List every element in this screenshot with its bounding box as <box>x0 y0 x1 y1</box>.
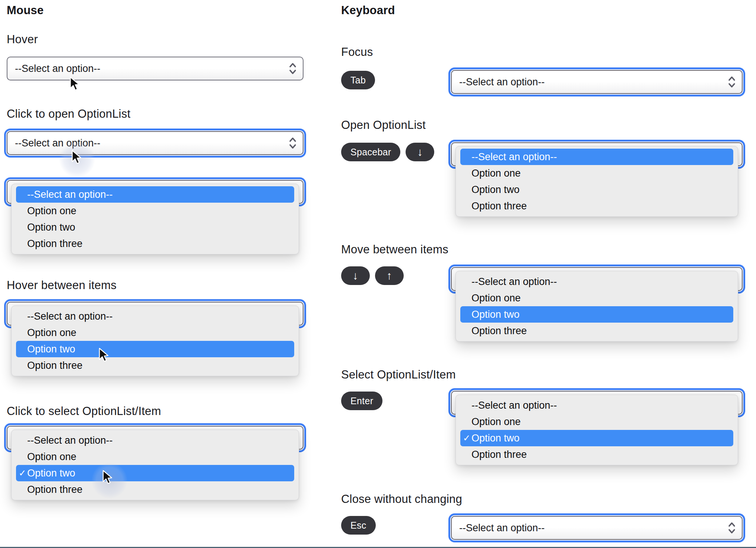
select-stepper-icon <box>289 136 297 150</box>
select-stepper-icon <box>728 75 736 89</box>
checkmark-icon: ✓ <box>19 465 26 481</box>
section-heading: Open OptionList <box>341 118 426 132</box>
open-select: --Select an option--Option one✓Option tw… <box>7 426 304 500</box>
option-item-highlighted[interactable]: Option two <box>460 306 733 323</box>
option-label: --Select an option-- <box>27 435 113 446</box>
option-label: Option two <box>27 343 75 355</box>
keyboard-column: Keyboard FocusTab--Select an option--Ope… <box>341 0 756 548</box>
key-badge-arrow-up: ↑ <box>375 266 404 285</box>
select-trigger-focused[interactable]: --Select an option-- <box>451 70 743 94</box>
select-trigger[interactable]: --Select an option-- <box>7 57 304 80</box>
option-label: --Select an option-- <box>471 276 557 287</box>
select-trigger-focused[interactable]: --Select an option-- <box>451 516 743 540</box>
column-title-keyboard: Keyboard <box>341 4 395 17</box>
key-badge-enter: Enter <box>341 392 382 410</box>
option-label: --Select an option-- <box>471 151 557 162</box>
mouse-cursor-icon <box>70 77 81 92</box>
section-heading: Move between items <box>341 243 448 256</box>
option-item[interactable]: Option one <box>16 203 294 219</box>
option-label: Option three <box>471 325 527 336</box>
option-label: Option one <box>27 451 76 462</box>
open-select: --Select an option--Option oneOption two… <box>7 180 304 254</box>
select-value: --Select an option-- <box>459 522 545 534</box>
mouse-cursor-icon <box>102 470 114 485</box>
select-value: --Select an option-- <box>15 63 101 75</box>
select-stepper-icon <box>728 521 736 535</box>
option-item[interactable]: --Select an option-- <box>460 273 733 290</box>
checkmark-icon: ✓ <box>463 430 470 446</box>
option-label: Option three <box>27 360 83 371</box>
option-list: --Select an option--Option oneOption two… <box>455 146 738 217</box>
option-item[interactable]: Option two <box>460 181 733 198</box>
key-badge-spacebar: Spacebar <box>341 143 400 161</box>
key-badges: ↓↑ <box>341 266 404 285</box>
option-label: Option one <box>471 168 521 179</box>
option-label: Option three <box>471 449 527 460</box>
option-item[interactable]: --Select an option-- <box>460 397 733 414</box>
option-item-highlighted[interactable]: ✓Option two <box>16 465 294 481</box>
option-item[interactable]: Option three <box>460 446 733 463</box>
section-heading: Select OptionList/Item <box>341 368 456 381</box>
key-badges: Esc <box>341 516 376 535</box>
option-label: Option three <box>471 200 527 212</box>
section-heading: Focus <box>341 45 373 59</box>
option-item[interactable]: Option one <box>460 165 733 181</box>
open-select: --Select an option--Option oneOption two… <box>451 267 743 342</box>
option-label: --Select an option-- <box>471 400 557 411</box>
option-item[interactable]: Option one <box>460 414 733 430</box>
select-value: --Select an option-- <box>459 76 545 88</box>
option-item[interactable]: Option three <box>460 323 733 339</box>
key-badge-arrow-down: ↓ <box>406 143 434 161</box>
open-select: --Select an option--Option one✓Option tw… <box>451 391 743 465</box>
option-label: Option two <box>471 184 520 195</box>
mouse-cursor-icon <box>72 150 83 165</box>
option-item[interactable]: Option three <box>460 198 733 214</box>
option-list: --Select an option--Option one✓Option tw… <box>11 430 299 500</box>
section-heading: Click to open OptionList <box>7 107 130 121</box>
option-item[interactable]: --Select an option-- <box>16 308 294 324</box>
option-item[interactable]: Option three <box>16 481 294 498</box>
section-heading: Close without changing <box>341 492 462 506</box>
option-item[interactable]: Option two <box>16 219 294 235</box>
option-item[interactable]: --Select an option-- <box>16 432 294 449</box>
option-item-highlighted[interactable]: --Select an option-- <box>16 186 294 203</box>
option-item[interactable]: Option three <box>16 357 294 374</box>
option-item[interactable]: Option three <box>16 235 294 252</box>
option-label: Option three <box>27 238 83 249</box>
option-list: --Select an option--Option oneOption two… <box>11 184 299 254</box>
mouse-cursor-icon <box>99 348 110 363</box>
key-badge-esc: Esc <box>341 516 376 535</box>
column-title-mouse: Mouse <box>7 4 44 17</box>
option-label: Option one <box>471 292 521 304</box>
select-trigger-focused[interactable]: --Select an option-- <box>7 131 304 155</box>
section-heading: Hover <box>7 33 38 46</box>
key-badges: Tab <box>341 71 375 89</box>
option-item[interactable]: Option one <box>16 449 294 465</box>
key-badge-arrow-down: ↓ <box>341 266 370 285</box>
section-heading: Click to select OptionList/Item <box>7 405 161 418</box>
select-stepper-icon <box>289 62 297 75</box>
option-label: --Select an option-- <box>27 189 113 200</box>
open-select: --Select an option--Option oneOption two… <box>7 302 304 376</box>
key-badges: Spacebar↓ <box>341 143 434 161</box>
option-label: Option two <box>27 468 75 479</box>
key-badge-tab: Tab <box>341 71 375 89</box>
option-label: --Select an option-- <box>27 311 113 322</box>
option-label: Option two <box>27 222 75 233</box>
option-label: Option one <box>27 205 76 216</box>
option-list: --Select an option--Option one✓Option tw… <box>455 395 738 465</box>
section-heading: Hover between items <box>7 279 117 292</box>
option-label: Option one <box>471 416 521 427</box>
mouse-column: Mouse Hover--Select an option--Click to … <box>7 0 316 548</box>
option-item[interactable]: Option one <box>16 324 294 341</box>
option-label: Option two <box>471 433 520 444</box>
option-label: Option three <box>27 484 83 495</box>
option-item-highlighted[interactable]: Option two <box>16 341 294 357</box>
option-label: Option two <box>471 309 520 320</box>
option-item-highlighted[interactable]: ✓Option two <box>460 430 733 446</box>
key-badges: Enter <box>341 392 382 410</box>
option-list: --Select an option--Option oneOption two… <box>455 271 738 342</box>
option-item[interactable]: Option one <box>460 290 733 306</box>
option-list: --Select an option--Option oneOption two… <box>11 305 299 376</box>
option-item-highlighted[interactable]: --Select an option-- <box>460 149 733 165</box>
